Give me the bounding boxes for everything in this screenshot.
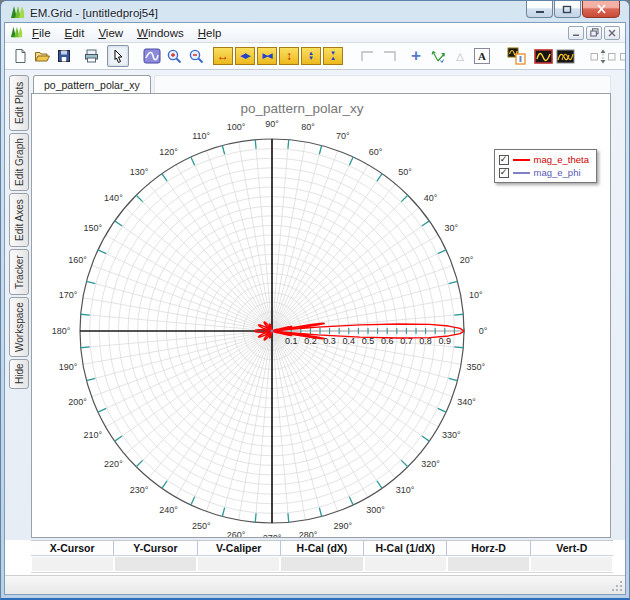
- cursor-table-header: X-CursorY-CursorV-CaliperH-Cal (dX)H-Cal…: [31, 541, 613, 556]
- sidebar-item-tracker[interactable]: Tracker: [9, 249, 29, 295]
- tab-po-pattern-polar-xy[interactable]: po_pattern_polar_xy: [33, 75, 151, 94]
- cursor-table-values: [31, 556, 613, 573]
- pointer-tool-button[interactable]: [107, 45, 129, 67]
- cursor-table-value-cell[interactable]: [32, 557, 113, 571]
- app-window: EM.Grid - [untitledproj54]: [0, 0, 630, 600]
- shrink-horizontal-button[interactable]: ▶◀: [257, 47, 277, 65]
- text-annotation-button[interactable]: A: [471, 45, 493, 67]
- cursor-table-value-cell[interactable]: [365, 557, 446, 571]
- pan-zoom-button[interactable]: [141, 45, 163, 67]
- zoom-out-button[interactable]: [185, 45, 207, 67]
- stretch-horizontal-button[interactable]: ◀▶: [235, 47, 255, 65]
- menu-help[interactable]: Help: [191, 25, 229, 41]
- split-plot-button[interactable]: [505, 45, 527, 67]
- plot-style-dark-button[interactable]: [554, 45, 576, 67]
- split-plot-icon: [507, 47, 526, 65]
- save-icon: [56, 48, 72, 64]
- sidebar-item-edit-axes[interactable]: Edit Axes: [9, 193, 29, 247]
- mdi-restore-button[interactable]: [586, 26, 602, 40]
- expand-vertical-button[interactable]: ↕: [279, 47, 299, 65]
- plot-style-red-button[interactable]: [532, 45, 554, 67]
- svg-text:330°: 330°: [442, 430, 461, 440]
- tab-strip: [154, 75, 611, 93]
- cursor-table-header-cell: X-Cursor: [31, 541, 114, 555]
- sidebar-item-edit-plots[interactable]: Edit Plots: [9, 75, 29, 131]
- expand-horizontal-button[interactable]: ↔: [213, 47, 233, 65]
- mdi-close-button[interactable]: [604, 26, 620, 40]
- svg-text:170°: 170°: [59, 290, 78, 300]
- svg-text:150°: 150°: [83, 223, 102, 233]
- cursor-table-value-cell[interactable]: [281, 557, 362, 571]
- svg-text:260°: 260°: [227, 530, 246, 538]
- cursor-table-value-cell[interactable]: [115, 557, 196, 571]
- svg-text:310°: 310°: [396, 485, 415, 495]
- mdi-minimize-button[interactable]: [568, 26, 584, 40]
- sidebar: Edit Plots Edit Graph Edit Axes Tracker …: [5, 72, 31, 538]
- cursor-table-header-cell: Y-Cursor: [114, 541, 197, 555]
- corner-frame-1-icon: [361, 51, 374, 62]
- plot-panel[interactable]: 0°10°20°30°40°50°60°70°80°90°100°110°120…: [31, 93, 611, 538]
- print-button[interactable]: [80, 45, 102, 67]
- svg-text:60°: 60°: [369, 147, 383, 157]
- svg-text:180°: 180°: [52, 326, 71, 336]
- cursor-table-value-cell[interactable]: [448, 557, 529, 571]
- svg-text:280°: 280°: [299, 530, 318, 538]
- corner-frame-1-button: [356, 45, 378, 67]
- close-icon: [596, 4, 607, 14]
- sidebar-item-hide[interactable]: Hide: [9, 359, 29, 389]
- cursor-table-value-cell[interactable]: [198, 557, 279, 571]
- cursor-table-header-cell: Vert-D: [531, 541, 613, 555]
- svg-text:100°: 100°: [227, 122, 246, 132]
- svg-text:40°: 40°: [424, 193, 438, 203]
- distribute-horizontal-button: [618, 45, 625, 67]
- new-file-icon: [12, 48, 28, 64]
- menu-view[interactable]: View: [91, 25, 130, 41]
- legend[interactable]: ✓ mag_e_theta ✓ mag_e_phi: [494, 149, 597, 183]
- mdi-minimize-icon: [572, 29, 580, 37]
- open-button[interactable]: [31, 45, 53, 67]
- legend-row-phi[interactable]: ✓ mag_e_phi: [499, 166, 589, 179]
- crosshair-tool-button[interactable]: +: [405, 45, 427, 67]
- resize-grip-icon[interactable]: [611, 580, 623, 592]
- sidebar-item-workspace[interactable]: Workspace: [9, 297, 29, 357]
- shrink-vertical-button[interactable]: ▼▲: [323, 47, 343, 65]
- v-in-icon: ▼▲: [330, 51, 336, 61]
- crosshair-icon: +: [411, 49, 421, 63]
- svg-text:90°: 90°: [265, 119, 279, 129]
- new-file-button[interactable]: [9, 45, 31, 67]
- svg-text:240°: 240°: [159, 505, 178, 515]
- save-button[interactable]: [53, 45, 75, 67]
- svg-text:350°: 350°: [467, 362, 486, 372]
- axes-marker-icon: [430, 48, 447, 64]
- cursor-table-value-cell[interactable]: [531, 557, 612, 571]
- legend-row-theta[interactable]: ✓ mag_e_theta: [499, 153, 589, 166]
- stretch-vertical-button[interactable]: ▲▼: [301, 47, 321, 65]
- svg-text:220°: 220°: [104, 459, 123, 469]
- sidebar-item-edit-graph[interactable]: Edit Graph: [9, 133, 29, 191]
- distribute-vertical-button: [588, 45, 618, 67]
- legend-checkbox-theta[interactable]: ✓: [499, 155, 509, 165]
- close-button[interactable]: [582, 1, 620, 18]
- menu-windows[interactable]: Windows: [130, 25, 191, 41]
- svg-text:190°: 190°: [59, 362, 78, 372]
- svg-text:130°: 130°: [130, 167, 149, 177]
- triangle-marker-button: △: [449, 45, 471, 67]
- minimize-button[interactable]: [526, 1, 553, 18]
- cursor-table-header-cell: Horz-D: [447, 541, 530, 555]
- svg-text:20°: 20°: [460, 255, 474, 265]
- menu-file[interactable]: File: [25, 25, 58, 41]
- triangle-icon: △: [456, 51, 464, 62]
- cursor-table-header-cell: H-Cal (dX): [281, 541, 364, 555]
- menu-edit[interactable]: Edit: [58, 25, 92, 41]
- legend-swatch-theta: [513, 159, 530, 161]
- axes-marker-button[interactable]: [427, 45, 449, 67]
- window-title: EM.Grid - [untitledproj54]: [30, 7, 158, 19]
- title-bar[interactable]: EM.Grid - [untitledproj54]: [4, 1, 626, 22]
- h-out-icon: ◀▶: [241, 52, 250, 60]
- mdi-restore-icon: [590, 28, 599, 37]
- zoom-in-button[interactable]: [163, 45, 185, 67]
- pan-zoom-icon: [143, 47, 161, 65]
- restore-button[interactable]: [554, 1, 581, 18]
- legend-checkbox-phi[interactable]: ✓: [499, 168, 509, 178]
- app-logo-icon: [10, 5, 25, 20]
